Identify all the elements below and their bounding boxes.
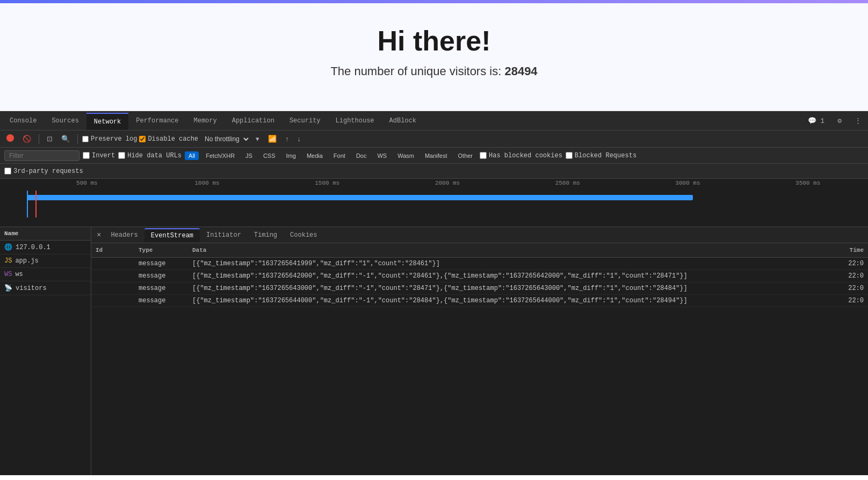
filter-type-media[interactable]: Media [303, 151, 327, 160]
row-data: [{"mz_timestamp":"1637265644000","mz_dif… [188, 295, 836, 307]
devtools-network-panel: Name 🌐 127.0.0.1 JS app.js WS ws 📡 visit… [0, 227, 868, 475]
filter-type-css[interactable]: CSS [259, 151, 279, 160]
row-time: 22:0 [836, 270, 868, 282]
toolbar-divider-2 [77, 134, 78, 144]
table-row[interactable]: message [{"mz_timestamp":"1637265643000"… [91, 282, 868, 295]
feedback-icon[interactable]: 💬 1 [804, 114, 829, 127]
header-time: Time [836, 245, 868, 255]
list-item[interactable]: 🌐 127.0.0.1 [0, 241, 91, 254]
detail-tabs: × Headers EventStream Initiator Timing C… [91, 227, 868, 243]
row-id [91, 261, 134, 266]
event-stream-table[interactable]: Id Type Data Time message [{"mz_timestam… [91, 243, 868, 475]
tab-console[interactable]: Console [2, 113, 44, 129]
detail-tab-cookies[interactable]: Cookies [284, 229, 323, 242]
settings-icon[interactable]: ⚙ [833, 114, 846, 127]
clear-button[interactable]: 🚫 [19, 134, 34, 144]
tab-performance[interactable]: Performance [128, 113, 186, 129]
row-time: 22:0 [836, 295, 868, 307]
subtitle-prefix: The number of unique visitors is: [330, 64, 504, 78]
filter-type-doc[interactable]: Doc [352, 151, 371, 160]
devtools-timeline: 500 ms 1000 ms 1500 ms 2000 ms 2500 ms 3… [0, 179, 868, 227]
event-icon: 📡 [4, 284, 12, 292]
network-request-list: Name 🌐 127.0.0.1 JS app.js WS ws 📡 visit… [0, 227, 91, 475]
timeline-red-line [35, 191, 37, 217]
blocked-requests-label[interactable]: Blocked Requests [566, 152, 636, 159]
download-icon-button[interactable]: ↓ [294, 134, 305, 144]
tick-1500ms: 1500 ms [267, 180, 387, 186]
filter-type-wasm[interactable]: Wasm [394, 151, 418, 160]
more-icon[interactable]: ⋮ [850, 114, 866, 127]
list-item[interactable]: WS ws [0, 268, 91, 281]
list-item[interactable]: 📡 visitors [0, 281, 91, 295]
wifi-icon-button[interactable]: 📶 [265, 134, 280, 144]
list-item[interactable]: JS app.js [0, 254, 91, 268]
tick-2000ms: 2000 ms [387, 180, 508, 186]
hide-data-urls-checkbox[interactable] [118, 152, 125, 159]
filter-type-other[interactable]: Other [454, 151, 477, 160]
table-row[interactable]: message [{"mz_timestamp":"1637265642000"… [91, 270, 868, 282]
close-detail-button[interactable]: × [93, 230, 104, 241]
disable-cache-label[interactable]: Disable cache [139, 135, 198, 143]
table-row[interactable]: message [{"mz_timestamp":"1637265644000"… [91, 295, 868, 307]
tick-2500ms: 2500 ms [508, 180, 628, 186]
devtools-tab-right: 💬 1 ⚙ ⋮ [804, 114, 866, 127]
row-time: 22:0 [836, 282, 868, 294]
header-data: Data [188, 245, 836, 255]
third-party-row: 3rd-party requests [0, 164, 868, 179]
third-party-label[interactable]: 3rd-party requests [4, 168, 83, 175]
js-icon: JS [4, 257, 12, 265]
blocked-requests-checkbox[interactable] [566, 152, 573, 159]
row-time: 22:0 [836, 258, 868, 270]
filter-type-fetch[interactable]: Fetch/XHR [202, 151, 238, 160]
has-blocked-cookies-checkbox[interactable] [480, 152, 487, 159]
invert-label[interactable]: Invert [83, 152, 115, 159]
row-id [91, 274, 134, 278]
page-subtitle: The number of unique visitors is: 28494 [11, 64, 857, 78]
third-party-checkbox[interactable] [4, 168, 11, 174]
devtools-filter-row: Invert Hide data URLs All Fetch/XHR JS C… [0, 148, 868, 164]
tab-adblock[interactable]: AdBlock [382, 113, 424, 129]
tick-3000ms: 3000 ms [628, 180, 748, 186]
timeline-bars [27, 191, 857, 217]
detail-tab-initiator[interactable]: Initiator [200, 229, 248, 242]
filter-type-js[interactable]: JS [242, 151, 256, 160]
preserve-log-label[interactable]: Preserve log [82, 135, 137, 143]
has-blocked-cookies-label[interactable]: Has blocked cookies [480, 152, 562, 159]
disable-cache-checkbox[interactable] [139, 136, 146, 142]
row-type: message [134, 270, 188, 282]
table-row[interactable]: message [{"mz_timestamp":"1637265641999"… [91, 258, 868, 270]
upload-icon-button[interactable]: ↑ [282, 134, 292, 144]
timeline-ruler: 500 ms 1000 ms 1500 ms 2000 ms 2500 ms 3… [27, 180, 868, 186]
filter-type-manifest[interactable]: Manifest [421, 151, 451, 160]
header-type: Type [134, 245, 188, 255]
tab-sources[interactable]: Sources [44, 113, 86, 129]
invert-checkbox[interactable] [83, 152, 90, 159]
filter-type-font[interactable]: Font [330, 151, 349, 160]
tab-network[interactable]: Network [86, 113, 128, 130]
tab-application[interactable]: Application [225, 113, 282, 129]
tick-500ms: 500 ms [27, 180, 147, 186]
filter-type-ws[interactable]: WS [373, 151, 390, 160]
filter-input[interactable] [4, 150, 79, 161]
tick-3500ms: 3500 ms [748, 180, 868, 186]
filter-icon-button[interactable]: ⊡ [44, 134, 56, 144]
devtools-panel: Console Sources Network Performance Memo… [0, 111, 868, 475]
preserve-log-checkbox[interactable] [82, 136, 89, 142]
detail-tab-eventstream[interactable]: EventStream [144, 228, 200, 242]
row-data: [{"mz_timestamp":"1637265642000","mz_dif… [188, 270, 836, 282]
tab-security[interactable]: Security [282, 113, 328, 129]
page-content: Hi there! The number of unique visitors … [0, 3, 868, 111]
throttle-select[interactable]: No throttling [200, 134, 250, 144]
tab-memory[interactable]: Memory [186, 113, 224, 129]
search-icon-button[interactable]: 🔍 [58, 134, 73, 144]
throttle-chevron[interactable]: ▾ [252, 134, 263, 144]
detail-tab-timing[interactable]: Timing [248, 229, 284, 242]
tab-lighthouse[interactable]: Lighthouse [328, 113, 382, 129]
visitor-count: 28494 [504, 64, 537, 78]
filter-type-img[interactable]: Img [283, 151, 300, 160]
filter-type-all[interactable]: All [185, 151, 199, 160]
devtools-toolbar: 🚫 ⊡ 🔍 Preserve log Disable cache No thro… [0, 130, 868, 148]
detail-tab-headers[interactable]: Headers [104, 229, 144, 242]
hide-data-urls-label[interactable]: Hide data URLs [118, 152, 182, 159]
record-button[interactable] [3, 133, 17, 144]
